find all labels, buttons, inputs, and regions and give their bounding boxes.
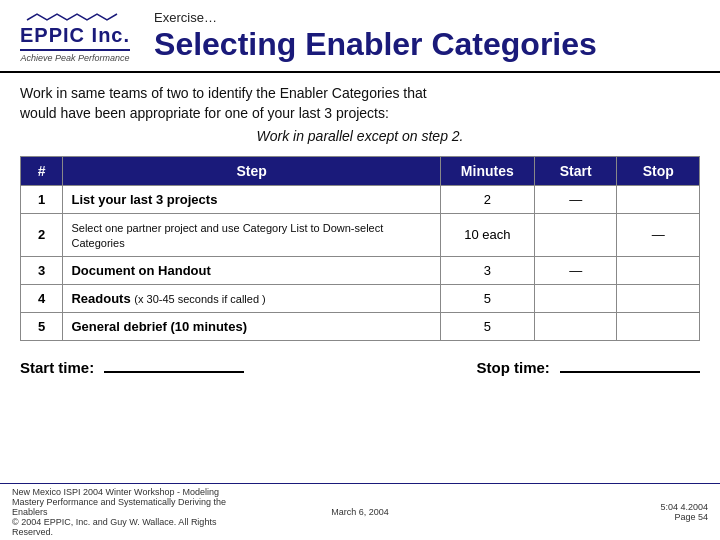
row4-stop	[617, 284, 700, 312]
footer-page: Page 54	[476, 512, 708, 522]
row5-start	[534, 312, 617, 340]
wave-icon	[25, 10, 125, 24]
start-label: Start time:	[20, 359, 94, 376]
logo-area: EPPIC Inc. Achieve Peak Performance	[20, 10, 130, 63]
col-header-num: #	[21, 156, 63, 185]
row5-stop	[617, 312, 700, 340]
row1-num: 1	[21, 185, 63, 213]
footer-line1: New Mexico ISPI 2004 Winter Workshop - M…	[12, 487, 244, 517]
row2-stop: —	[617, 213, 700, 256]
stop-label: Stop time:	[476, 359, 549, 376]
footer: New Mexico ISPI 2004 Winter Workshop - M…	[0, 483, 720, 540]
footer-line2: © 2004 EPPIC, Inc. and Guy W. Wallace. A…	[12, 517, 244, 537]
exercise-label: Exercise…	[154, 10, 597, 25]
row3-stop	[617, 256, 700, 284]
main-title: Selecting Enabler Categories	[154, 27, 597, 62]
start-time-field[interactable]	[104, 355, 244, 373]
row1-step: List your last 3 projects	[63, 185, 440, 213]
intro-text: Work in same teams of two to identify th…	[20, 83, 700, 146]
row3-num: 3	[21, 256, 63, 284]
table-row: 5 General debrief (10 minutes) 5	[21, 312, 700, 340]
intro-line3: Work in parallel except on step 2.	[20, 126, 700, 146]
row2-step-text: Select one partner project and use Categ…	[71, 222, 383, 249]
row4-start	[534, 284, 617, 312]
row4-step-note: (x 30-45 seconds if called )	[134, 293, 265, 305]
logo-tagline: Achieve Peak Performance	[20, 53, 129, 63]
row5-num: 5	[21, 312, 63, 340]
row2-step: Select one partner project and use Categ…	[63, 213, 440, 256]
col-header-minutes: Minutes	[440, 156, 534, 185]
table-header-row: # Step Minutes Start Stop	[21, 156, 700, 185]
row4-step: Readouts (x 30-45 seconds if called )	[63, 284, 440, 312]
row1-stop	[617, 185, 700, 213]
table-row: 1 List your last 3 projects 2 —	[21, 185, 700, 213]
row1-minutes: 2	[440, 185, 534, 213]
row3-start: —	[534, 256, 617, 284]
table-row: 3 Document on Handout 3 —	[21, 256, 700, 284]
row2-num: 2	[21, 213, 63, 256]
footer-center: March 6, 2004	[244, 507, 476, 517]
row5-minutes: 5	[440, 312, 534, 340]
table-row: 4 Readouts (x 30-45 seconds if called ) …	[21, 284, 700, 312]
col-header-stop: Stop	[617, 156, 700, 185]
content-area: Work in same teams of two to identify th…	[0, 73, 720, 380]
header: EPPIC Inc. Achieve Peak Performance Exer…	[0, 0, 720, 73]
col-header-start: Start	[534, 156, 617, 185]
intro-line2: would have been appropriate for one of y…	[20, 105, 389, 121]
footer-right: 5:04 4.2004 Page 54	[476, 502, 708, 522]
row5-step: General debrief (10 minutes)	[63, 312, 440, 340]
row2-minutes: 10 each	[440, 213, 534, 256]
row4-num: 4	[21, 284, 63, 312]
bottom-line: Start time: Stop time:	[20, 351, 700, 380]
footer-date: 5:04 4.2004	[476, 502, 708, 512]
intro-line1: Work in same teams of two to identify th…	[20, 85, 427, 101]
start-time-area: Start time:	[20, 355, 244, 376]
row1-start: —	[534, 185, 617, 213]
row3-step: Document on Handout	[63, 256, 440, 284]
stop-time-area: Stop time:	[476, 355, 700, 376]
row4-minutes: 5	[440, 284, 534, 312]
table-row: 2 Select one partner project and use Cat…	[21, 213, 700, 256]
col-header-step: Step	[63, 156, 440, 185]
row4-step-main: Readouts	[71, 291, 130, 306]
row3-minutes: 3	[440, 256, 534, 284]
logo-text: EPPIC Inc.	[20, 24, 130, 51]
footer-left: New Mexico ISPI 2004 Winter Workshop - M…	[12, 487, 244, 537]
steps-table: # Step Minutes Start Stop 1 List your la…	[20, 156, 700, 341]
title-area: Exercise… Selecting Enabler Categories	[154, 10, 597, 62]
stop-time-field[interactable]	[560, 355, 700, 373]
row2-start	[534, 213, 617, 256]
